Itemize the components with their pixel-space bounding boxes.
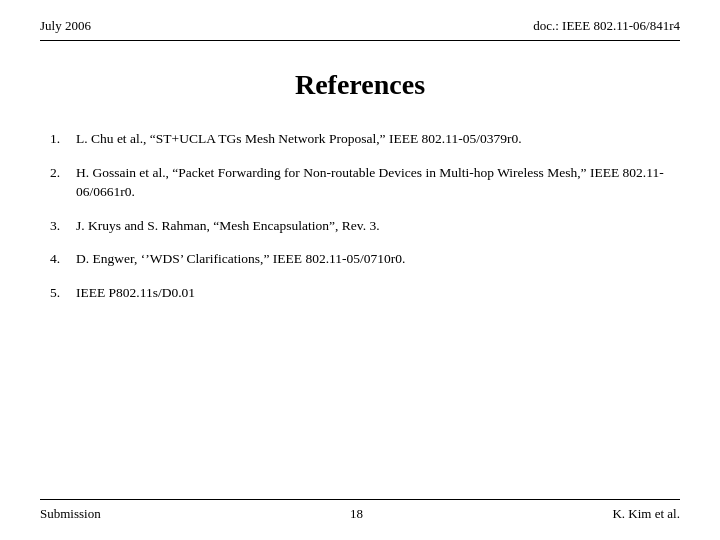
page-footer: Submission 18 K. Kim et al.: [40, 499, 680, 522]
list-item: 2.H. Gossain et al., “Packet Forwarding …: [50, 163, 680, 202]
footer-left: Submission: [40, 506, 101, 522]
page-title: References: [40, 69, 680, 101]
list-item: 1.L. Chu et al., “ST+UCLA TGs Mesh Netwo…: [50, 129, 680, 149]
references-list: 1.L. Chu et al., “ST+UCLA TGs Mesh Netwo…: [40, 129, 680, 499]
ref-text: J. Kruys and S. Rahman, “Mesh Encapsulat…: [76, 216, 680, 236]
list-item: 4.D. Engwer, ‘’WDS’ Clarifications,” IEE…: [50, 249, 680, 269]
header-date: July 2006: [40, 18, 91, 34]
header-doc: doc.: IEEE 802.11-06/841r4: [533, 18, 680, 34]
title-section: References: [40, 69, 680, 101]
list-item: 3.J. Kruys and S. Rahman, “Mesh Encapsul…: [50, 216, 680, 236]
ref-text: D. Engwer, ‘’WDS’ Clarifications,” IEEE …: [76, 249, 680, 269]
ref-text: H. Gossain et al., “Packet Forwarding fo…: [76, 163, 680, 202]
ref-text: IEEE P802.11s/D0.01: [76, 283, 680, 303]
list-item: 5.IEEE P802.11s/D0.01: [50, 283, 680, 303]
ref-number: 3.: [50, 216, 76, 236]
ref-number: 1.: [50, 129, 76, 149]
footer-right: K. Kim et al.: [612, 506, 680, 522]
ref-text: L. Chu et al., “ST+UCLA TGs Mesh Network…: [76, 129, 680, 149]
footer-center: 18: [350, 506, 363, 522]
ref-number: 2.: [50, 163, 76, 202]
page-header: July 2006 doc.: IEEE 802.11-06/841r4: [40, 18, 680, 41]
ref-number: 4.: [50, 249, 76, 269]
page: July 2006 doc.: IEEE 802.11-06/841r4 Ref…: [0, 0, 720, 540]
ref-number: 5.: [50, 283, 76, 303]
